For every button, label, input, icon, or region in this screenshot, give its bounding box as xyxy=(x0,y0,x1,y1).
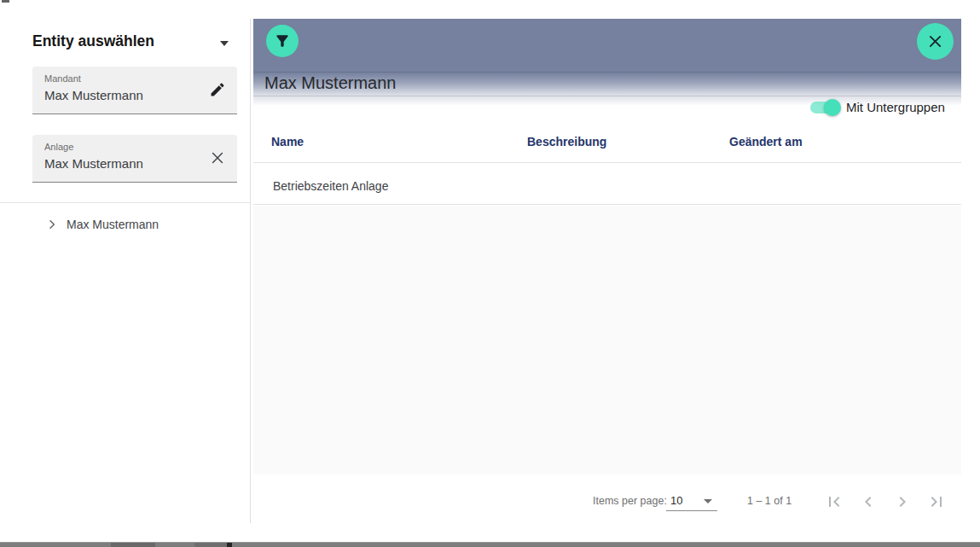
bottom-bar-segment xyxy=(111,543,155,547)
clear-icon[interactable] xyxy=(208,149,227,168)
column-header-geaendert-am: Geändert am xyxy=(729,135,803,148)
previous-page-button[interactable] xyxy=(858,492,879,512)
caret-down-icon xyxy=(704,499,712,503)
cell-name: Betriebszeiten Anlage xyxy=(273,179,388,193)
sidebar-divider xyxy=(0,202,250,203)
caret-down-icon[interactable] xyxy=(220,41,229,46)
mandant-field-label: Mandant xyxy=(44,73,81,84)
chevron-left-icon xyxy=(858,492,879,512)
window-bottom-bar xyxy=(0,542,980,547)
filter-icon xyxy=(274,32,291,49)
column-header-name: Name xyxy=(271,135,304,148)
items-per-page-label: Items per page: xyxy=(593,495,667,507)
close-icon xyxy=(926,32,944,50)
panel-toolbar xyxy=(253,19,961,72)
tree-item-label: Max Mustermann xyxy=(67,218,159,231)
page-size-select[interactable]: 10 xyxy=(666,490,717,511)
first-page-button[interactable] xyxy=(824,492,844,512)
anlage-field-value: Max Mustermann xyxy=(44,156,143,171)
table-empty-area xyxy=(253,206,961,474)
sidebar-main-divider xyxy=(250,19,251,523)
bottom-bar-segment xyxy=(227,543,232,547)
column-header-beschreibung: Beschreibung xyxy=(527,135,606,148)
toggle-label: Mit Untergruppen xyxy=(846,100,945,114)
filter-button[interactable] xyxy=(266,25,299,57)
title-divider xyxy=(253,96,961,96)
table-row[interactable]: Betriebszeiten Anlage xyxy=(253,163,961,205)
page-size-value: 10 xyxy=(670,494,682,507)
untergruppen-toggle[interactable] xyxy=(809,98,841,117)
last-page-button[interactable] xyxy=(926,492,947,512)
window-corner-artifact xyxy=(2,0,9,3)
next-page-button[interactable] xyxy=(892,492,913,512)
panel-title: Max Mustermann xyxy=(264,73,397,93)
pencil-icon xyxy=(209,81,226,98)
toggle-thumb xyxy=(824,99,841,116)
page-range-label: 1 – 1 of 1 xyxy=(747,495,792,507)
sidebar-title: Entity auswählen xyxy=(32,32,154,50)
chevron-right-icon[interactable] xyxy=(45,218,59,231)
tree-item[interactable]: Max Mustermann xyxy=(0,212,250,239)
bottom-bar-segment xyxy=(194,543,227,547)
mandant-field[interactable]: Mandant Max Mustermann xyxy=(32,67,237,114)
entity-select-dialog: Entity auswählen Mandant Max Mustermann … xyxy=(0,0,980,547)
chevron-right-icon xyxy=(892,492,913,512)
first-page-icon xyxy=(824,492,844,512)
edit-icon[interactable] xyxy=(208,81,227,100)
close-button[interactable] xyxy=(917,23,954,60)
mandant-field-value: Max Mustermann xyxy=(44,88,143,102)
anlage-field[interactable]: Anlage Max Mustermann xyxy=(32,135,237,183)
x-icon xyxy=(209,149,226,166)
anlage-field-label: Anlage xyxy=(44,142,73,152)
last-page-icon xyxy=(926,492,947,512)
